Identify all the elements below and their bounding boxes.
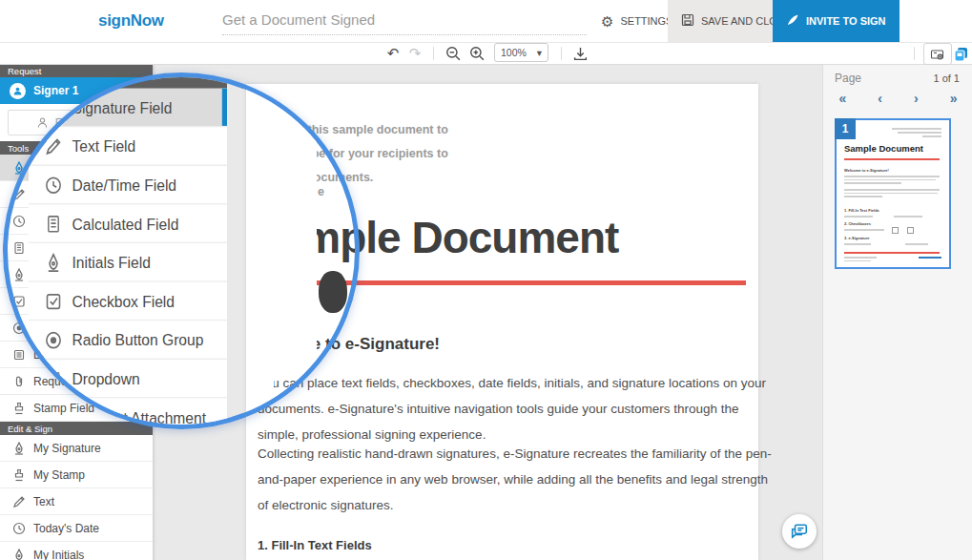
tool-radio-button-group[interactable]: Radio Button Group xyxy=(29,321,227,360)
tool-label: Checkbox Field xyxy=(72,291,176,310)
download-button[interactable] xyxy=(570,44,589,63)
pen-nib-icon xyxy=(12,549,26,560)
thumb-text-bar xyxy=(894,216,922,218)
thumb-text-bar xyxy=(844,196,882,197)
thumb-checkbox xyxy=(907,227,914,234)
first-page-button[interactable]: « xyxy=(839,91,847,106)
tool-label: Text Field xyxy=(72,136,136,156)
field-settings-button[interactable] xyxy=(923,43,952,65)
document-title-input[interactable]: Get a Document Signed xyxy=(222,11,375,28)
thumb-text-bar xyxy=(844,216,873,218)
thumb-text-bar xyxy=(898,132,941,134)
tool-label: Signature Field xyxy=(72,97,173,116)
pen-nib-icon xyxy=(45,253,62,272)
next-page-button[interactable]: › xyxy=(914,91,919,106)
tool-label: Dropdown xyxy=(72,368,140,387)
thumb-text-bar xyxy=(844,179,936,181)
doc-paragraph1-line2: documents. e-Signature's intuitive navig… xyxy=(258,402,739,416)
doc-paragraph2-line1: Collecting realistic hand-drawn signatur… xyxy=(258,446,772,461)
page-thumbnail[interactable]: 1 Sample Document Welcome to e-Signature… xyxy=(835,118,951,269)
thumb-section3: 3. e-Signature xyxy=(844,236,869,240)
tool-label: My Initials xyxy=(33,549,84,560)
request-section-header: Request xyxy=(0,64,153,77)
clock-icon xyxy=(45,175,62,194)
lens-white-mask xyxy=(246,86,317,355)
zoom-level-value: 100% xyxy=(501,47,527,58)
signer-avatar-icon xyxy=(10,83,26,99)
lens-white-mask xyxy=(246,355,274,393)
thumb-text-bar xyxy=(844,229,884,231)
prev-page-button[interactable]: ‹ xyxy=(878,91,882,106)
thumb-section1: 1. Fill-In Text Fields xyxy=(844,208,879,213)
thumb-text-bar xyxy=(844,182,901,184)
invite-to-sign-button[interactable]: INVITE TO SIGN xyxy=(773,0,900,42)
last-page-button[interactable]: » xyxy=(950,91,958,106)
settings-label: SETTINGS xyxy=(620,15,672,27)
page-number-badge: 1 xyxy=(835,118,856,139)
page-count: 1 of 1 xyxy=(933,73,960,84)
thumb-text-bar xyxy=(892,128,941,130)
chevron-down-icon: ▾ xyxy=(537,47,542,58)
thumb-doc-title: Sample Document xyxy=(844,143,923,154)
tool-initials-field[interactable]: Initials Field xyxy=(29,243,227,282)
thumb-text-bar xyxy=(905,243,928,245)
tool-calculated-field[interactable]: Calculated Field xyxy=(29,205,227,244)
doc-paragraph2-line2: and-paper experience in any web browser,… xyxy=(258,472,768,487)
tool-label: Initials Field xyxy=(72,253,151,272)
tool-label: Date/Time Field xyxy=(72,175,177,194)
page-label: Page xyxy=(835,72,861,85)
tool-label: Today's Date xyxy=(33,522,99,535)
tool-text-field[interactable]: Text Field xyxy=(29,127,227,166)
thumb-checkbox xyxy=(892,227,899,234)
tool-my-stamp[interactable]: My Stamp xyxy=(0,462,153,488)
fields-sidebar: Request Signer 1 Edit Signers Tools Sign… xyxy=(29,73,227,429)
thumb-text-bar xyxy=(844,257,877,259)
tool-checkbox-field[interactable]: Checkbox Field xyxy=(29,282,227,321)
thumb-red-rule xyxy=(844,158,940,160)
tool-datetime-field[interactable]: Date/Time Field xyxy=(29,166,227,205)
thumb-section2: 2. Checkboxes xyxy=(844,221,871,226)
thumb-footer-rule xyxy=(844,252,940,254)
invite-to-sign-label: INVITE TO SIGN xyxy=(806,15,886,27)
magnifier-lens: Request Signer 1 Edit Signers Tools Sign… xyxy=(3,73,360,429)
tool-label: Text xyxy=(33,495,54,508)
toolbar-divider xyxy=(433,47,434,60)
thumb-text-bar xyxy=(844,189,940,191)
tool-label: Stamp Field xyxy=(33,402,94,415)
pencil-icon xyxy=(12,495,26,508)
doc-paragraph2-line3: of electronic signatures. xyxy=(258,498,394,512)
tool-label: Radio Button Group xyxy=(72,330,204,349)
radio-icon xyxy=(45,330,62,349)
pages-copy-icon[interactable] xyxy=(951,44,970,63)
tool-text[interactable]: Text xyxy=(0,488,153,515)
doc-section1-heading: 1. Fill-In Text Fields xyxy=(258,538,372,552)
toolbar-divider xyxy=(561,47,562,60)
thumb-text-bar xyxy=(844,176,940,177)
zoom-out-button[interactable] xyxy=(444,44,463,63)
stamp-icon xyxy=(12,402,26,415)
person-icon xyxy=(36,116,49,129)
stamp-icon xyxy=(12,468,26,482)
undo-button[interactable]: ↶ xyxy=(384,44,402,63)
tool-todays-date[interactable]: Today's Date xyxy=(0,515,153,542)
paperclip-icon xyxy=(12,375,26,388)
zoom-level-select[interactable]: 100% ▾ xyxy=(494,43,548,62)
editor-toolbar: ↶ ↷ 100% ▾ xyxy=(0,42,972,65)
thumb-phone-bar xyxy=(919,257,941,259)
doc-paragraph1-line1: You can place text fields, checkboxes, d… xyxy=(258,376,766,390)
thumb-text-bar xyxy=(844,243,871,245)
redo-button[interactable]: ↷ xyxy=(406,44,424,63)
tool-label: Calculated Field xyxy=(72,214,179,233)
gear-icon: ⚙ xyxy=(601,14,613,29)
app-header: signNow Get a Document Signed ⚙ SETTINGS… xyxy=(0,0,972,43)
pages-panel: Page 1 of 1 « ‹ › » 1 Sample Document We… xyxy=(822,64,972,560)
tool-my-initials[interactable]: My Initials xyxy=(0,542,153,560)
chat-button[interactable] xyxy=(782,514,817,549)
chat-bubble-icon xyxy=(791,523,808,540)
tool-my-signature[interactable]: My Signature xyxy=(0,435,153,462)
zoom-in-button[interactable] xyxy=(467,44,486,63)
signer-label: Signer 1 xyxy=(33,84,78,97)
thumb-text-bar xyxy=(922,135,941,137)
tool-label: My Signature xyxy=(33,442,101,455)
edit-sign-section-header: Edit & Sign xyxy=(0,422,153,435)
